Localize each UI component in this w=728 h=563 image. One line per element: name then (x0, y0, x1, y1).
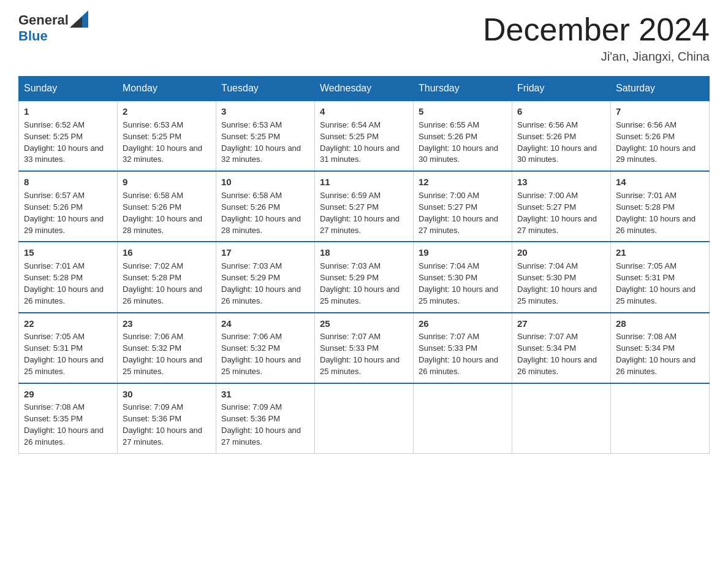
day-number: 11 (320, 175, 408, 189)
calendar-cell: 31Sunrise: 7:09 AMSunset: 5:36 PMDayligh… (216, 383, 315, 454)
calendar-cell: 17Sunrise: 7:03 AMSunset: 5:29 PMDayligh… (216, 242, 315, 312)
week-row-2: 8Sunrise: 6:57 AMSunset: 5:26 PMDaylight… (19, 171, 710, 242)
day-number: 30 (123, 388, 211, 401)
calendar-cell: 10Sunrise: 6:58 AMSunset: 5:26 PMDayligh… (216, 171, 315, 242)
sunset-text: Sunset: 5:36 PM (221, 414, 280, 423)
day-number: 17 (221, 246, 309, 259)
sunrise-text: Sunrise: 7:03 AM (320, 261, 381, 270)
day-number: 27 (517, 317, 605, 331)
calendar-cell: 8Sunrise: 6:57 AMSunset: 5:26 PMDaylight… (19, 171, 118, 242)
calendar-cell: 2Sunrise: 6:53 AMSunset: 5:25 PMDaylight… (118, 101, 216, 171)
calendar-cell: 16Sunrise: 7:02 AMSunset: 5:28 PMDayligh… (118, 242, 216, 312)
sunrise-text: Sunrise: 7:00 AM (419, 191, 479, 200)
weekday-header-row: SundayMondayTuesdayWednesdayThursdayFrid… (19, 77, 710, 101)
daylight-text: Daylight: 10 hours and 25 minutes. (24, 355, 104, 376)
day-number: 18 (320, 246, 408, 259)
sunrise-text: Sunrise: 7:08 AM (24, 402, 85, 412)
day-number: 28 (616, 317, 704, 331)
daylight-text: Daylight: 10 hours and 30 minutes. (419, 144, 498, 164)
daylight-text: Daylight: 10 hours and 26 minutes. (221, 285, 301, 305)
sunrise-text: Sunrise: 6:53 AM (123, 120, 183, 129)
sunset-text: Sunset: 5:25 PM (123, 132, 181, 141)
sunset-text: Sunset: 5:26 PM (419, 132, 477, 141)
calendar-cell: 7Sunrise: 6:56 AMSunset: 5:26 PMDaylight… (611, 101, 710, 171)
sunset-text: Sunset: 5:34 PM (616, 343, 675, 353)
calendar-cell: 26Sunrise: 7:07 AMSunset: 5:33 PMDayligh… (414, 313, 512, 383)
daylight-text: Daylight: 10 hours and 26 minutes. (616, 355, 696, 376)
daylight-text: Daylight: 10 hours and 26 minutes. (419, 355, 498, 376)
day-number: 19 (419, 246, 507, 259)
day-number: 6 (517, 105, 605, 118)
sunrise-text: Sunrise: 7:05 AM (616, 261, 677, 270)
calendar-cell (315, 383, 414, 454)
weekday-header-tuesday: Tuesday (216, 77, 315, 101)
sunrise-text: Sunrise: 7:00 AM (517, 191, 578, 200)
daylight-text: Daylight: 10 hours and 25 minutes. (320, 285, 400, 305)
day-number: 26 (419, 317, 507, 331)
sunrise-text: Sunrise: 6:53 AM (221, 120, 282, 129)
day-number: 3 (221, 105, 309, 118)
sunrise-text: Sunrise: 7:05 AM (24, 332, 85, 341)
sunrise-text: Sunrise: 7:09 AM (123, 402, 183, 412)
calendar-cell: 24Sunrise: 7:06 AMSunset: 5:32 PMDayligh… (216, 313, 315, 383)
sunset-text: Sunset: 5:34 PM (517, 343, 576, 353)
title-block: December 2024 Ji'an, Jiangxi, China (483, 12, 710, 64)
week-row-3: 15Sunrise: 7:01 AMSunset: 5:28 PMDayligh… (19, 242, 710, 312)
calendar-cell: 9Sunrise: 6:58 AMSunset: 5:26 PMDaylight… (118, 171, 216, 242)
sunset-text: Sunset: 5:26 PM (616, 132, 675, 141)
location: Ji'an, Jiangxi, China (483, 50, 710, 64)
sunrise-text: Sunrise: 7:04 AM (517, 261, 578, 270)
calendar-cell: 27Sunrise: 7:07 AMSunset: 5:34 PMDayligh… (512, 313, 611, 383)
sunrise-text: Sunrise: 6:55 AM (419, 120, 479, 129)
sunset-text: Sunset: 5:31 PM (24, 343, 83, 353)
day-number: 15 (24, 246, 112, 259)
sunset-text: Sunset: 5:26 PM (24, 202, 83, 212)
sunrise-text: Sunrise: 7:07 AM (419, 332, 479, 341)
sunrise-text: Sunrise: 6:54 AM (320, 120, 381, 129)
calendar-cell: 29Sunrise: 7:08 AMSunset: 5:35 PMDayligh… (19, 383, 118, 454)
daylight-text: Daylight: 10 hours and 27 minutes. (320, 214, 400, 235)
weekday-header-saturday: Saturday (611, 77, 710, 101)
calendar-cell: 30Sunrise: 7:09 AMSunset: 5:36 PMDayligh… (118, 383, 216, 454)
calendar-cell (611, 383, 710, 454)
sunset-text: Sunset: 5:28 PM (123, 273, 181, 282)
calendar-cell: 22Sunrise: 7:05 AMSunset: 5:31 PMDayligh… (19, 313, 118, 383)
sunrise-text: Sunrise: 6:58 AM (221, 191, 282, 200)
day-number: 10 (221, 175, 309, 189)
weekday-header-friday: Friday (512, 77, 611, 101)
day-number: 9 (123, 175, 211, 189)
sunset-text: Sunset: 5:26 PM (123, 202, 181, 212)
calendar-cell: 4Sunrise: 6:54 AMSunset: 5:25 PMDaylight… (315, 101, 414, 171)
sunrise-text: Sunrise: 7:06 AM (123, 332, 183, 341)
calendar-cell: 14Sunrise: 7:01 AMSunset: 5:28 PMDayligh… (611, 171, 710, 242)
sunrise-text: Sunrise: 7:06 AM (221, 332, 282, 341)
sunrise-text: Sunrise: 7:02 AM (123, 261, 183, 270)
calendar-cell: 25Sunrise: 7:07 AMSunset: 5:33 PMDayligh… (315, 313, 414, 383)
day-number: 24 (221, 317, 309, 331)
calendar-cell: 12Sunrise: 7:00 AMSunset: 5:27 PMDayligh… (414, 171, 512, 242)
page-header: General Blue December 2024 Ji'an, Jiangx… (18, 12, 710, 64)
calendar-cell: 6Sunrise: 6:56 AMSunset: 5:26 PMDaylight… (512, 101, 611, 171)
daylight-text: Daylight: 10 hours and 26 minutes. (616, 214, 696, 235)
weekday-header-wednesday: Wednesday (315, 77, 414, 101)
calendar-cell: 20Sunrise: 7:04 AMSunset: 5:30 PMDayligh… (512, 242, 611, 312)
daylight-text: Daylight: 10 hours and 25 minutes. (221, 355, 301, 376)
sunrise-text: Sunrise: 7:01 AM (616, 191, 677, 200)
day-number: 22 (24, 317, 112, 331)
month-title: December 2024 (483, 12, 710, 47)
calendar-cell: 11Sunrise: 6:59 AMSunset: 5:27 PMDayligh… (315, 171, 414, 242)
calendar-cell: 23Sunrise: 7:06 AMSunset: 5:32 PMDayligh… (118, 313, 216, 383)
weekday-header-thursday: Thursday (414, 77, 512, 101)
logo-blue: Blue (18, 28, 48, 44)
sunset-text: Sunset: 5:31 PM (616, 273, 675, 282)
sunrise-text: Sunrise: 7:04 AM (419, 261, 479, 270)
daylight-text: Daylight: 10 hours and 25 minutes. (419, 285, 498, 305)
sunset-text: Sunset: 5:32 PM (221, 343, 280, 353)
daylight-text: Daylight: 10 hours and 29 minutes. (616, 144, 696, 164)
weekday-header-sunday: Sunday (19, 77, 118, 101)
daylight-text: Daylight: 10 hours and 26 minutes. (517, 355, 597, 376)
day-number: 20 (517, 246, 605, 259)
day-number: 12 (419, 175, 507, 189)
sunrise-text: Sunrise: 6:56 AM (616, 120, 677, 129)
day-number: 21 (616, 246, 704, 259)
